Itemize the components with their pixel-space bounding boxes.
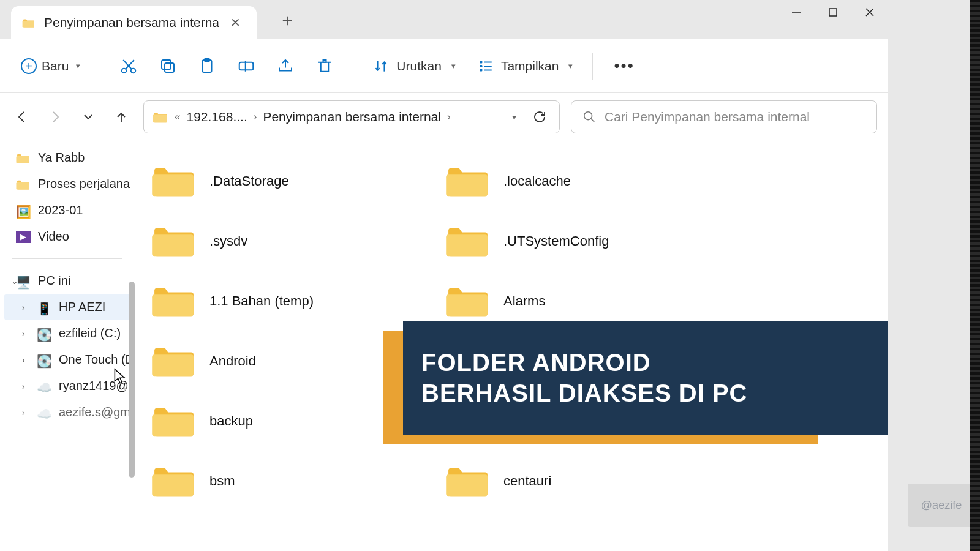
back-button[interactable] [11, 106, 33, 128]
title-bar: Penyimpanan bersama interna ✕ ＋ [0, 0, 888, 39]
recent-button[interactable] [77, 106, 99, 128]
sidebar-item-label: aezife.s@gmai [59, 405, 135, 419]
minimize-button[interactable] [778, 0, 815, 24]
new-tab-button[interactable]: ＋ [268, 1, 307, 39]
sidebar-item-pc[interactable]: ⌄🖥️PC ini [0, 268, 135, 294]
view-button[interactable]: Tampilkan ▾ [469, 53, 582, 79]
separator [353, 53, 353, 80]
forward-button[interactable] [44, 106, 66, 128]
breadcrumb-current[interactable]: Penyimpanan bersama internal [263, 110, 441, 124]
sidebar-item[interactable]: 🖼️2023-01 [0, 197, 135, 223]
folder-label: Android [209, 353, 256, 369]
maximize-button[interactable] [815, 0, 851, 24]
folder-icon [152, 463, 196, 499]
breadcrumb-overflow: « [175, 111, 180, 123]
chevron-right-icon: › [254, 111, 257, 123]
breadcrumb[interactable]: « 192.168.... › Penyimpanan bersama inte… [143, 100, 560, 133]
chevron-right-icon: › [447, 111, 451, 123]
close-window-button[interactable] [851, 0, 888, 24]
folder-icon [446, 463, 490, 499]
address-bar: « 192.168.... › Penyimpanan bersama inte… [0, 93, 888, 141]
folder-icon [152, 163, 196, 199]
svg-rect-12 [239, 62, 254, 70]
sidebar-item-device[interactable]: ›☁️aezife.s@gmai [0, 399, 135, 425]
sidebar-item[interactable]: ▶Video [0, 223, 135, 250]
separator [100, 53, 100, 80]
up-button[interactable] [110, 106, 132, 128]
explorer-window: Penyimpanan bersama interna ✕ ＋ + Baru ▾… [0, 0, 888, 551]
sidebar: Ya Rabb Proses perjalana 🖼️2023-01 ▶Vide… [0, 141, 135, 551]
chevron-down-icon: ▾ [76, 61, 80, 70]
svg-rect-9 [162, 60, 171, 69]
breadcrumb-root[interactable]: 192.168.... [186, 110, 247, 124]
tab-title: Penyimpanan bersama interna [44, 15, 219, 30]
folder-icon [152, 343, 196, 379]
sort-button[interactable]: Urutkan ▾ [364, 53, 464, 79]
sidebar-item-device[interactable]: ›📱HP AEZI [4, 294, 131, 320]
folder-item[interactable]: backup [147, 392, 417, 451]
svg-rect-1 [829, 9, 837, 16]
svg-point-20 [584, 112, 592, 120]
search-box[interactable] [571, 100, 877, 133]
new-label: Baru [42, 59, 69, 73]
folder-item[interactable]: .sysdv [147, 212, 417, 271]
sidebar-item-label: One Touch (D:) [59, 353, 135, 367]
breadcrumb-dropdown[interactable]: ▾ [512, 112, 516, 122]
drive-icon: 💽 [37, 354, 51, 366]
copy-button[interactable] [151, 49, 185, 83]
view-label: Tampilkan [501, 59, 559, 73]
paste-button[interactable] [190, 49, 224, 83]
tab-active[interactable]: Penyimpanan bersama interna ✕ [11, 6, 257, 39]
chevron-right-icon: › [22, 302, 25, 312]
sidebar-item[interactable]: Ya Rabb [0, 144, 135, 171]
folder-item[interactable]: 1.1 Bahan (temp) [147, 272, 417, 331]
chevron-down-icon: ▾ [568, 61, 573, 70]
sidebar-item-label: HP AEZI [59, 300, 105, 314]
folder-label: .localcache [503, 173, 571, 189]
sidebar-item-label: Video [38, 230, 69, 244]
watermark: @aezife [908, 484, 975, 527]
svg-point-15 [480, 65, 482, 67]
folder-item[interactable]: bsm [147, 452, 417, 511]
more-button[interactable]: ••• [604, 51, 644, 80]
close-tab-button[interactable]: ✕ [225, 13, 246, 32]
folder-icon [152, 403, 196, 439]
share-button[interactable] [268, 49, 303, 83]
folder-item[interactable]: .localcache [441, 152, 710, 211]
window-controls [778, 0, 888, 24]
search-input[interactable] [605, 110, 865, 124]
svg-point-14 [480, 61, 482, 63]
rename-button[interactable] [229, 49, 263, 83]
folder-item[interactable]: .UTSystemConfig [441, 212, 710, 271]
chevron-down-icon: ▾ [451, 61, 456, 70]
sidebar-item-device[interactable]: ›☁️ryanz1419@gm [0, 373, 135, 399]
folder-label: bsm [209, 473, 235, 489]
video-icon: ▶ [16, 231, 31, 243]
new-button[interactable]: + Baru ▾ [12, 53, 89, 79]
folder-label: .UTSystemConfig [503, 233, 609, 249]
sidebar-item-device[interactable]: ›💽One Touch (D:) [0, 347, 135, 373]
svg-line-21 [591, 119, 595, 122]
cut-button[interactable] [111, 49, 146, 83]
sidebar-item-label: Proses perjalana [38, 177, 130, 191]
folder-item[interactable]: .DataStorage [147, 152, 417, 211]
sort-icon [373, 58, 389, 74]
sidebar-item-label: 2023-01 [38, 203, 83, 217]
folder-item[interactable]: centauri [441, 452, 710, 511]
folder-item[interactable]: Android [147, 332, 417, 391]
folder-label: Alarms [503, 293, 545, 309]
sidebar-item[interactable]: Proses perjalana [0, 171, 135, 197]
cloud-icon: ☁️ [37, 407, 51, 419]
sidebar-item-device[interactable]: ›💽ezfileid (C:) [0, 320, 135, 347]
search-icon [582, 110, 596, 124]
sidebar-item-label: ezfileid (C:) [59, 326, 121, 340]
caption-line2: BERHASIL DIAKSES DI PC [421, 378, 888, 408]
delete-button[interactable] [307, 49, 342, 83]
divider [12, 258, 123, 259]
svg-rect-8 [165, 63, 174, 72]
view-icon [478, 58, 494, 74]
scrollbar-thumb[interactable] [129, 282, 135, 478]
chevron-right-icon: › [22, 381, 25, 391]
refresh-button[interactable] [532, 110, 547, 124]
folder-icon [16, 152, 31, 164]
